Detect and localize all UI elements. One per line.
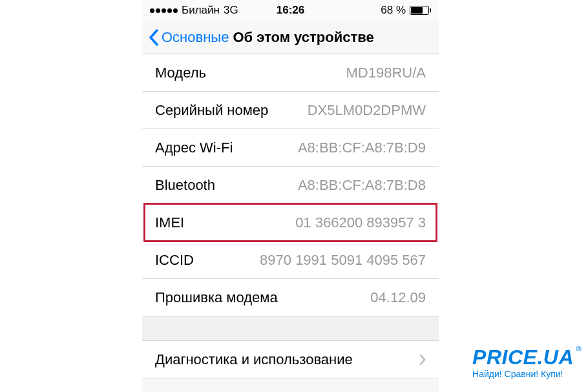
page-title: Об этом устройстве [233, 29, 373, 46]
row-label: Bluetooth [155, 177, 215, 194]
clock-label: 16:26 [277, 4, 304, 17]
chevron-left-icon [149, 29, 159, 46]
section-separator [142, 316, 439, 341]
signal-strength-icon [150, 8, 178, 13]
watermark-logo: PRICE.UA® Найди! Сравни! Купи! [472, 347, 574, 379]
row-value: A8:BB:CF:A8:7B:D9 [298, 139, 426, 156]
status-bar: Билайн 3G 16:26 68 % [142, 0, 439, 21]
row-value: 8970 1991 5091 4095 567 [260, 252, 426, 269]
phone-screen: Билайн 3G 16:26 68 % Основные Об этом ус… [142, 0, 439, 392]
registered-icon: ® [576, 346, 582, 353]
carrier-label: Билайн [182, 4, 220, 17]
status-bar-right: 68 % [381, 4, 431, 17]
battery-percent-label: 68 % [381, 4, 406, 17]
row-label: ICCID [155, 252, 194, 269]
row-wifi-address[interactable]: Адрес Wi-Fi A8:BB:CF:A8:7B:D9 [142, 129, 439, 167]
nav-bar: Основные Об этом устройстве [142, 21, 439, 54]
row-value: 01 366200 893957 3 [295, 214, 426, 231]
back-button[interactable]: Основные [149, 29, 229, 46]
row-imei[interactable]: IMEI 01 366200 893957 3 [142, 204, 439, 242]
watermark-tagline: Найди! Сравни! Купи! [472, 369, 574, 379]
chevron-right-icon [419, 354, 426, 366]
row-value: DX5LM0D2DPMW [308, 102, 426, 119]
network-type-label: 3G [224, 4, 238, 17]
row-label: IMEI [155, 214, 184, 231]
battery-icon [410, 6, 431, 15]
row-model[interactable]: Модель MD198RU/A [142, 54, 439, 92]
row-label: Модель [155, 65, 206, 81]
row-bluetooth[interactable]: Bluetooth A8:BB:CF:A8:7B:D8 [142, 167, 439, 204]
row-value: MD198RU/A [346, 65, 426, 81]
row-label: Прошивка модема [155, 289, 278, 306]
row-value: A8:BB:CF:A8:7B:D8 [298, 177, 426, 194]
row-label: Адрес Wi-Fi [155, 139, 233, 156]
watermark-brand: PRICE.UA® [472, 347, 574, 367]
settings-list: Модель MD198RU/A Серийный номер DX5LM0D2… [142, 54, 439, 378]
row-serial[interactable]: Серийный номер DX5LM0D2DPMW [142, 92, 439, 129]
back-button-label: Основные [162, 29, 229, 46]
status-bar-left: Билайн 3G [150, 4, 238, 17]
row-firmware[interactable]: Прошивка модема 04.12.09 [142, 279, 439, 316]
row-label: Серийный номер [155, 102, 268, 119]
row-value: 04.12.09 [370, 289, 426, 306]
row-iccid[interactable]: ICCID 8970 1991 5091 4095 567 [142, 242, 439, 279]
row-diagnostics[interactable]: Диагностика и использование [142, 341, 439, 378]
row-label: Диагностика и использование [155, 351, 353, 368]
